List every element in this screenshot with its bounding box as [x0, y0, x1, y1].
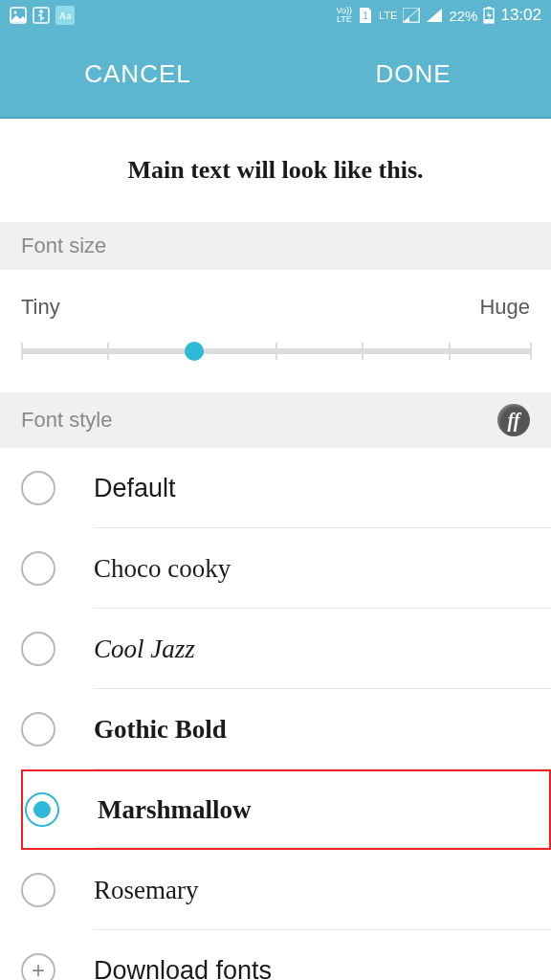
preview-text: Main text will look like this. — [127, 156, 423, 185]
section-header-font-size: Font size — [0, 222, 551, 270]
section-header-font-style: Font style ff — [0, 392, 551, 448]
font-option-default[interactable]: Default — [21, 448, 551, 528]
font-option-gothic-bold[interactable]: Gothic Bold — [21, 689, 551, 769]
font-label: Cool Jazz — [94, 635, 195, 664]
font-label: Gothic Bold — [94, 715, 227, 745]
preview-area: Main text will look like this. — [0, 119, 551, 222]
done-button[interactable]: DONE — [276, 31, 551, 117]
status-bar: Aa Vo))LTE 1 LTE 22% 13:02 — [0, 0, 551, 31]
font-style-list: DefaultChoco cookyCool JazzGothic BoldMa… — [0, 448, 551, 980]
download-fonts[interactable]: +Download fonts — [21, 930, 551, 980]
font-label: Rosemary — [94, 876, 198, 905]
battery-charging-icon — [483, 7, 495, 24]
plus-icon: + — [21, 953, 55, 980]
cancel-button[interactable]: CANCEL — [0, 31, 276, 117]
lte-indicator: LTE — [379, 10, 397, 21]
sim-icon: 1 — [358, 7, 373, 24]
radio-icon — [21, 712, 55, 746]
divider — [96, 847, 549, 848]
radio-icon — [21, 471, 55, 505]
battery-percentage: 22% — [449, 8, 477, 24]
picture-icon — [10, 7, 27, 24]
font-label: Choco cooky — [94, 554, 231, 584]
font-label: Default — [94, 474, 176, 503]
radio-icon — [25, 792, 59, 827]
radio-icon — [21, 551, 55, 586]
clock: 13:02 — [500, 6, 541, 25]
font-label: Marshmallow — [98, 795, 251, 825]
svg-text:1: 1 — [363, 10, 368, 21]
slider-max-label: Huge — [479, 295, 530, 320]
font-option-marshmallow[interactable]: Marshmallow — [21, 769, 551, 850]
signal-2-icon — [426, 8, 443, 23]
signal-1-icon — [403, 8, 420, 23]
svg-text:Aa: Aa — [59, 10, 72, 21]
slider-min-label: Tiny — [21, 295, 60, 320]
download-label: Download fonts — [94, 956, 272, 981]
usb-icon — [33, 7, 50, 24]
svg-rect-9 — [484, 19, 494, 23]
action-bar: CANCEL DONE — [0, 31, 551, 119]
radio-icon — [21, 632, 55, 666]
font-option-rosemary[interactable]: Rosemary — [21, 850, 551, 930]
font-app-icon: Aa — [55, 6, 75, 25]
flipfont-icon[interactable]: ff — [497, 404, 530, 436]
volte-indicator: Vo))LTE — [337, 7, 353, 24]
svg-point-1 — [14, 11, 17, 14]
slider-thumb[interactable] — [185, 342, 204, 361]
font-option-cool-jazz[interactable]: Cool Jazz — [21, 609, 551, 689]
font-size-slider[interactable] — [21, 348, 530, 354]
radio-icon — [21, 873, 55, 907]
svg-rect-8 — [487, 7, 491, 9]
font-size-slider-area: Tiny Huge — [0, 270, 551, 392]
font-option-choco-cooky[interactable]: Choco cooky — [21, 528, 551, 609]
